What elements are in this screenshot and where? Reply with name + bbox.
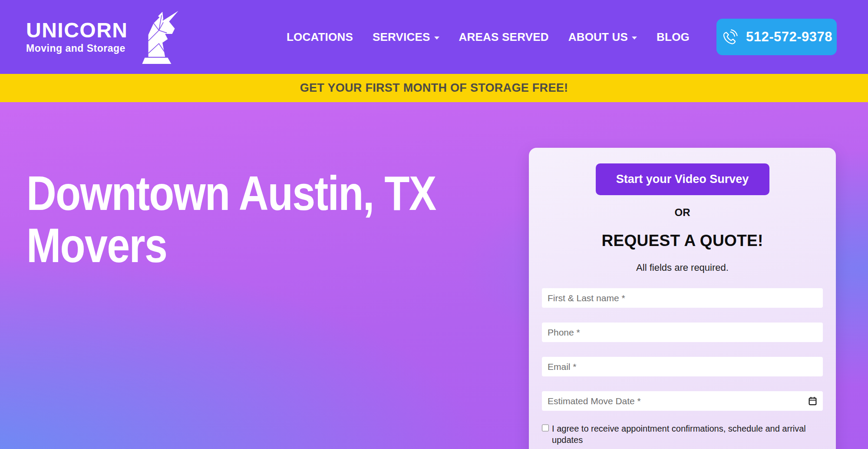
nav-label: ABOUT US: [568, 30, 628, 44]
promo-banner-text: GET YOUR FIRST MONTH OF STORAGE FREE!: [300, 81, 568, 95]
nav-item-blog[interactable]: BLOG: [657, 30, 690, 44]
or-divider: OR: [542, 206, 823, 219]
unicorn-logo-icon: [139, 9, 180, 65]
video-survey-button[interactable]: Start your Video Survey: [596, 163, 769, 195]
consent-row: I agree to receive appointment confirmat…: [542, 423, 823, 446]
move-date-field-wrapper: [542, 391, 823, 411]
nav-label: SERVICES: [373, 30, 430, 44]
nav-label: AREAS SERVED: [459, 30, 549, 44]
quote-form-subtitle: All fields are required.: [542, 262, 823, 273]
brand-name: UNICORN: [26, 20, 128, 41]
brand-tagline: Moving and Storage: [26, 43, 128, 54]
brand-text: UNICORN Moving and Storage: [26, 20, 128, 54]
phone-input[interactable]: [542, 323, 823, 342]
phone-number: 512-572-9378: [746, 29, 832, 45]
site-header: UNICORN Moving and Storage LOCATIONS: [0, 0, 868, 74]
move-date-input[interactable]: [542, 391, 823, 411]
phone-field-wrapper: [542, 323, 823, 342]
full-name-input[interactable]: [542, 288, 823, 308]
phone-icon: [721, 29, 738, 45]
quote-form-title: REQUEST A QUOTE!: [542, 232, 823, 250]
chevron-down-icon: [434, 37, 439, 40]
nav-item-areas-served[interactable]: AREAS SERVED: [459, 30, 549, 44]
main-nav: LOCATIONS SERVICES AREAS SERVED ABOUT US…: [287, 30, 690, 44]
consent-label: I agree to receive appointment confirmat…: [552, 423, 823, 446]
nav-item-services[interactable]: SERVICES: [373, 30, 439, 44]
chevron-down-icon: [632, 37, 637, 40]
brand-logo[interactable]: UNICORN Moving and Storage: [26, 9, 180, 65]
nav-item-about-us[interactable]: ABOUT US: [568, 30, 637, 44]
consent-checkbox[interactable]: [542, 424, 549, 432]
nav-item-locations[interactable]: LOCATIONS: [287, 30, 353, 44]
page-title: Downtown Austin, TX Movers: [26, 167, 506, 272]
phone-call-button[interactable]: 512-572-9378: [716, 19, 837, 55]
name-field-wrapper: [542, 288, 823, 308]
nav-label: BLOG: [657, 30, 690, 44]
hero-section: Downtown Austin, TX Movers Start your Vi…: [0, 102, 868, 449]
nav-label: LOCATIONS: [287, 30, 353, 44]
email-field-wrapper: [542, 357, 823, 376]
quote-form-card: Start your Video Survey OR REQUEST A QUO…: [529, 148, 836, 449]
email-input[interactable]: [542, 357, 823, 376]
promo-banner: GET YOUR FIRST MONTH OF STORAGE FREE!: [0, 74, 868, 102]
